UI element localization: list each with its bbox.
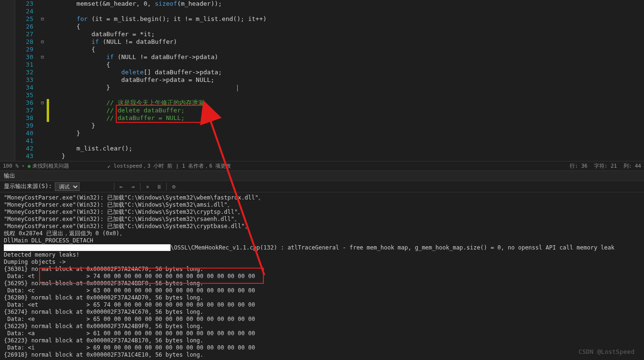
- output-line: {36301} normal block at 0x000002F37A24AC…: [4, 266, 640, 273]
- code-line[interactable]: {: [47, 46, 644, 53]
- output-line: Dumping objects ->: [4, 259, 640, 266]
- code-line[interactable]: dataBuffer = *it;: [47, 30, 644, 38]
- output-panel[interactable]: "MoneyCostParser.exe"(Win32): 已加载"C:\Win…: [0, 192, 644, 360]
- output-line: DllMain DLL_PROCESS_DETACH: [4, 237, 640, 244]
- output-line: \OSSL\CMemHookRec_v1.1.cpp(132) : atlTra…: [4, 244, 640, 251]
- output-line: Data: <t > 74 00 00 00 00 00 00 00 00 00…: [4, 273, 640, 280]
- code-line[interactable]: // dataBuffer = NULL;: [47, 114, 644, 122]
- output-source-label: 显示输出来源(S):: [4, 182, 52, 190]
- code-line[interactable]: [47, 8, 644, 15]
- code-line[interactable]: {: [47, 23, 644, 30]
- output-line: Detected memory leaks!: [4, 251, 640, 259]
- output-line: "MoneyCostParser.exe"(Win32): 已加载"C:\Win…: [4, 223, 640, 230]
- output-line: "MoneyCostParser.exe"(Win32): 已加载"C:\Win…: [4, 216, 640, 223]
- breakpoint-gutter[interactable]: [0, 0, 15, 161]
- status-bar: 100 % ▾ ◉ 未找到相关问题 ↙ lostspeed，3 小时 前 | 1…: [0, 161, 644, 170]
- code-line[interactable]: [47, 137, 644, 145]
- output-line: {36295} normal block at 0x000002F37A24BB…: [4, 280, 640, 287]
- watermark: CSDN @LostSpeed: [579, 348, 634, 355]
- code-line[interactable]: }: [47, 84, 644, 91]
- code-line[interactable]: if (NULL != dataBuffer): [47, 38, 644, 46]
- output-line: Data: <c > 63 00 00 00 00 00 00 00 00 00…: [4, 287, 640, 294]
- output-line: Data: <a > 61 00 00 00 00 00 00 00 00 00…: [4, 330, 640, 337]
- code-line[interactable]: memset(&m_header, 0, sizeof(m_header));: [47, 0, 644, 8]
- output-line: {36280} normal block at 0x000002F37A24AD…: [4, 294, 640, 301]
- line-numbers: 2324252627282930313233343536373839404142…: [15, 0, 38, 161]
- check-icon: ◉: [28, 163, 31, 169]
- next-icon[interactable]: ⇥: [129, 182, 137, 191]
- fold-gutter[interactable]: ⊟⊟⊟⊟: [38, 0, 47, 161]
- git-blame[interactable]: ↙ lostspeed，3 小时 前 | 1 名作者，6 项更改: [107, 162, 231, 170]
- cursor-col: 列: 44: [624, 162, 642, 170]
- code-line[interactable]: // 这是我今天上午修正的内存泄漏: [47, 99, 644, 107]
- prev-icon[interactable]: ⇤: [117, 182, 126, 191]
- output-line: {26918} normal block at 0x000002F37A1C4E…: [4, 351, 640, 359]
- settings-icon[interactable]: ⚙: [170, 182, 178, 191]
- code-line[interactable]: if (NULL != dataBuffer->pdata): [47, 53, 644, 61]
- output-line: "MoneyCostParser.exe"(Win32): 已加载"C:\Win…: [4, 209, 640, 216]
- output-line: {36223} normal block at 0x000002F37A24B1…: [4, 337, 640, 344]
- code-line[interactable]: // delete dataBuffer;: [47, 107, 644, 114]
- modified-indicator: [47, 99, 49, 122]
- output-toolbar: 显示输出来源(S): 调试 ⇤ ⇥ ✕ ≣ ⚙: [0, 181, 644, 192]
- text-cursor: [237, 85, 238, 91]
- code-line[interactable]: }: [47, 152, 644, 160]
- code-line[interactable]: {: [47, 61, 644, 69]
- output-source-select[interactable]: 调试: [55, 182, 80, 191]
- code-line[interactable]: }: [47, 130, 644, 137]
- output-line: {36229} normal block at 0x000002F37A24B9…: [4, 323, 640, 330]
- code-line[interactable]: [47, 91, 644, 99]
- code-line[interactable]: for (it = m_list.begin(); it != m_list.e…: [47, 15, 644, 23]
- output-line: Data: <i > 69 00 00 00 00 00 00 00 00 00…: [4, 344, 640, 351]
- output-line: "MoneyCostParser.exe"(Win32): 已加载"C:\Win…: [4, 201, 640, 209]
- clear-icon[interactable]: ✕: [143, 182, 152, 191]
- cursor-line: 行: 36: [570, 162, 588, 170]
- code-editor[interactable]: 2324252627282930313233343536373839404142…: [0, 0, 644, 161]
- zoom-level[interactable]: 100 %: [3, 163, 19, 169]
- output-panel-header[interactable]: 输出: [0, 170, 644, 181]
- wrap-icon[interactable]: ≣: [155, 182, 163, 191]
- issues-status[interactable]: 未找到相关问题: [32, 162, 69, 170]
- code-line[interactable]: delete[] dataBuffer->pdata;: [47, 69, 644, 76]
- output-line: Data: <et > 65 74 00 00 00 00 00 00 00 0…: [4, 301, 640, 309]
- code-area[interactable]: memset(&m_header, 0, sizeof(m_header)); …: [47, 0, 644, 161]
- output-line: 线程 0x287e4 已退出，返回值为 0 (0x0)。: [4, 230, 640, 237]
- code-line[interactable]: }: [47, 122, 644, 130]
- code-line[interactable]: dataBuffer->pdata = NULL;: [47, 76, 644, 84]
- cursor-char: 字符: 21: [594, 162, 617, 170]
- output-line: {36274} normal block at 0x000002F37A24C6…: [4, 309, 640, 316]
- output-line: "MoneyCostParser.exe"(Win32): 已加载"C:\Win…: [4, 194, 640, 201]
- code-line[interactable]: m_list.clear();: [47, 145, 644, 152]
- output-line: Data: <e > 65 00 00 00 00 00 00 00 00 00…: [4, 316, 640, 323]
